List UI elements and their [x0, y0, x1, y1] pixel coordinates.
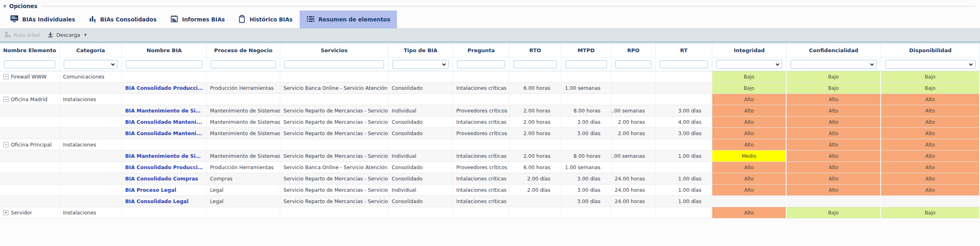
- cell-integridad: Bajo: [712, 83, 787, 93]
- column-header-pregunta[interactable]: Pregunta: [453, 43, 510, 57]
- expand-icon[interactable]: +: [3, 210, 8, 215]
- cell-rpo: 2.00 horas: [611, 128, 656, 139]
- cell-services: Servicio Reparto de Mercancias - Servici…: [280, 173, 388, 184]
- grid-body: −Firewall WWWComunicacionesBajoBajoBajoB…: [0, 71, 980, 218]
- bia-link[interactable]: BIA Consolidado Compras: [125, 176, 198, 182]
- tab-resumen-de-elementos[interactable]: Resumen de elementos: [300, 11, 397, 28]
- cell-bia: BIA Mantenimiento de Sist...: [122, 151, 207, 161]
- bia-link[interactable]: BIA Mantenimiento de Sist...: [125, 108, 203, 114]
- column-header-category[interactable]: Categoría: [60, 43, 122, 57]
- column-header-tipo[interactable]: Tipo de BIA: [388, 43, 453, 57]
- bia-link[interactable]: BIA Consolidado Producci...: [125, 85, 203, 91]
- cell-services: Servicio Banca Online - Servicio Atenció…: [280, 83, 388, 93]
- cell-confidencialidad: Alto: [787, 117, 881, 127]
- column-header-bia[interactable]: Nombre BIA: [122, 43, 207, 57]
- cell-process: Mantenimiento de Sistemas: [207, 151, 280, 161]
- bia-link[interactable]: BIA Consolidado Legal: [125, 198, 189, 204]
- column-header-process[interactable]: Proceso de Negocio: [207, 43, 280, 57]
- cell-rpo: [611, 83, 656, 93]
- filter-cell-mtpd: [561, 57, 611, 71]
- cell-integridad: Alto: [712, 94, 787, 105]
- filter-input-rt[interactable]: [660, 60, 708, 68]
- column-header-rto[interactable]: RTO: [510, 43, 561, 57]
- cell-disponibilidad: Alto: [881, 139, 980, 150]
- filter-input-mtpd[interactable]: [565, 60, 607, 68]
- collapse-icon[interactable]: −: [3, 97, 8, 102]
- cell-rt: [656, 162, 712, 173]
- column-header-confidencialidad[interactable]: Confidencialidad: [787, 43, 881, 57]
- filter-select-tipo[interactable]: [392, 60, 449, 69]
- tab-bias-individuales[interactable]: BIAs Individuales: [3, 11, 82, 28]
- collapse-triangle-icon[interactable]: ▼: [3, 4, 6, 8]
- column-header-disponibilidad[interactable]: Disponibilidad: [881, 43, 980, 57]
- cell-integridad: Alto: [712, 105, 787, 116]
- filter-cell-confidencialidad: [787, 57, 881, 71]
- filter-input-rto[interactable]: [514, 60, 557, 68]
- cell-rpo: [611, 207, 656, 218]
- cell-process: Mantenimiento de Sistemas: [207, 105, 280, 116]
- filter-input-pregunta[interactable]: [457, 60, 505, 68]
- bia-link[interactable]: BIA Proceso Legal: [125, 187, 176, 193]
- cell-integridad: Alto: [712, 207, 787, 218]
- cell-services: Servicio Reparto de Mercancias - Servici…: [280, 196, 388, 207]
- cell-process: Producción Herramientas: [207, 162, 280, 173]
- filter-input-services[interactable]: [284, 60, 384, 68]
- filter-select-confidencialidad[interactable]: [791, 60, 877, 69]
- tab-bias-consolidados[interactable]: BIAs Consolidados: [82, 11, 164, 28]
- cell-pregunta: [453, 207, 510, 218]
- grid-filter-row: [0, 57, 980, 71]
- tab-informes-bias[interactable]: Informes BIAs: [164, 11, 232, 28]
- cell-category: [60, 128, 122, 139]
- descarga-button[interactable]: Descarga ▼: [48, 32, 86, 39]
- cell-rt: [656, 83, 712, 93]
- column-header-integridad[interactable]: Integridad: [712, 43, 787, 57]
- cell-element: [0, 105, 60, 116]
- cell-disponibilidad: Alto: [881, 117, 980, 127]
- grid-header-row: Nombre ElementoCategoríaNombre BIAProces…: [0, 43, 980, 57]
- column-header-services[interactable]: Servicios: [280, 43, 388, 57]
- column-header-rpo[interactable]: RPO: [611, 43, 656, 57]
- bia-link[interactable]: BIA Consolidado Manteni...: [125, 130, 202, 136]
- cell-mtpd: 3.00 días: [561, 117, 611, 127]
- table-row: −Firewall WWWComunicacionesBajoBajoBajo: [0, 71, 980, 83]
- cell-tipo: Consolidado: [388, 196, 453, 207]
- cell-integridad: Alto: [712, 117, 787, 127]
- cell-disponibilidad: Bajo: [881, 71, 980, 82]
- filter-select-category[interactable]: [64, 60, 118, 69]
- cell-rto: 6.00 horas: [510, 83, 561, 93]
- cell-bia: BIA Consolidado Legal: [122, 196, 207, 207]
- clipboard-icon: [239, 15, 246, 24]
- cell-rto: [510, 196, 561, 207]
- cell-process: Producción Herramientas: [207, 83, 280, 93]
- cell-mtpd: [561, 207, 611, 218]
- filter-input-bia[interactable]: [126, 60, 202, 68]
- opciones-label: Opciones: [9, 3, 38, 9]
- cell-mtpd: 3.00 días: [561, 128, 611, 139]
- cell-mtpd: [561, 139, 611, 150]
- cell-tipo: Consolidado: [388, 128, 453, 139]
- filter-input-rpo[interactable]: [615, 60, 651, 68]
- cell-process: Legal: [207, 184, 280, 195]
- filter-select-disponibilidad[interactable]: [885, 60, 976, 69]
- collapse-icon[interactable]: −: [3, 74, 8, 79]
- column-header-mtpd[interactable]: MTPD: [561, 43, 611, 57]
- cell-category: [60, 105, 122, 116]
- bia-link[interactable]: BIA Consolidado Producci...: [125, 164, 203, 170]
- table-row: BIA Consolidado Manteni...Mantenimiento …: [0, 117, 980, 128]
- column-header-rt[interactable]: RT: [656, 43, 712, 57]
- bia-link[interactable]: BIA Consolidado Manteni...: [125, 119, 202, 125]
- column-header-element[interactable]: Nombre Elemento: [0, 43, 60, 57]
- filter-select-integridad[interactable]: [716, 60, 782, 69]
- opciones-panel-header: ▼ Opciones: [0, 0, 980, 9]
- ruta-arbol-button[interactable]: Ruta árbol: [5, 32, 40, 39]
- cell-mtpd: 1.00 semanas: [561, 162, 611, 173]
- collapse-icon[interactable]: −: [3, 142, 8, 147]
- filter-input-process[interactable]: [211, 60, 276, 68]
- cell-process: [207, 207, 280, 218]
- filter-input-element[interactable]: [4, 60, 55, 68]
- tab-hist-rico-bias[interactable]: Histórico BIAs: [232, 11, 300, 28]
- cell-category: Comunicaciones: [60, 71, 122, 82]
- bia-link[interactable]: BIA Mantenimiento de Sist...: [125, 153, 203, 159]
- cell-disponibilidad: Alto: [881, 128, 980, 139]
- table-row: −Oficina PrincipalInstalacionesAltoAltoA…: [0, 139, 980, 151]
